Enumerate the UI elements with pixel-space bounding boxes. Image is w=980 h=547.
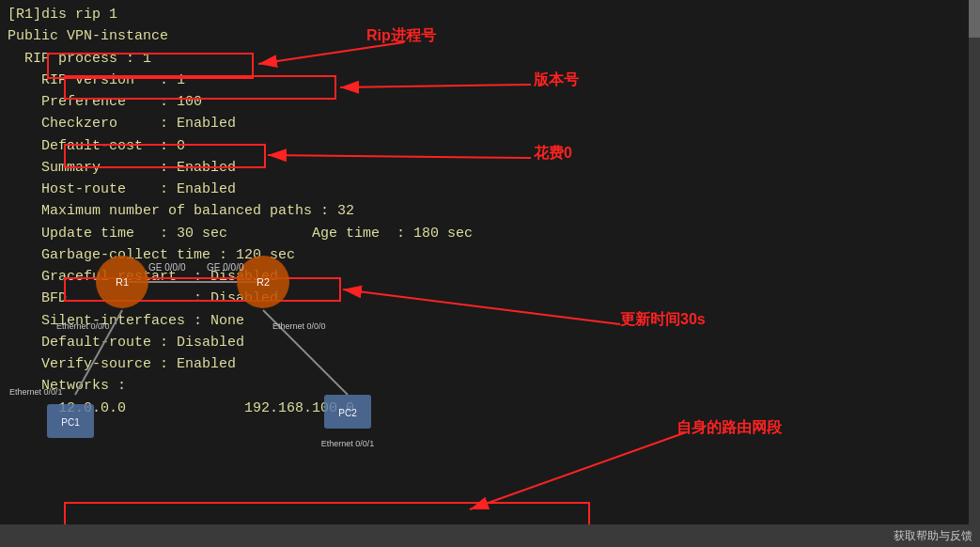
annotation-rip-process: Rip进程号 <box>366 26 436 46</box>
line-8: Summary : Enabled <box>8 157 972 179</box>
annotation-update-time: 更新时间30s <box>620 310 706 330</box>
line-11: Update time : 30 sec Age time : 180 sec <box>8 223 972 244</box>
line-15: Silent-interfaces : None <box>8 310 972 332</box>
scrollbar[interactable] <box>969 0 980 524</box>
annotation-version: 版本号 <box>534 70 579 90</box>
line-9: Host-route : Enabled <box>8 179 972 200</box>
line-14: BFD : Disabled <box>8 288 972 309</box>
line-19: 12.0.0.0 192.168.100.0 <box>8 398 972 419</box>
line-3: RIP process : 1 <box>8 48 972 70</box>
line-5: Preference : 100 <box>8 91 972 113</box>
line-2: Public VPN-instance <box>8 25 972 47</box>
scrollbar-thumb[interactable] <box>969 0 980 38</box>
line-12: Garbage-collect time : 120 sec <box>8 244 972 266</box>
line-13: Graceful restart : Disabled <box>8 266 972 288</box>
status-bar: 获取帮助与反馈 <box>0 524 980 547</box>
annotation-cost: 花费0 <box>534 144 572 164</box>
line-10: Maximum number of balanced paths : 32 <box>8 200 972 222</box>
line-6: Checkzero : Enabled <box>8 113 972 134</box>
terminal-display: [R1]dis rip 1 Public VPN-instance RIP pr… <box>0 0 980 524</box>
line-18: Networks : <box>8 375 972 397</box>
line-16: Default-route : Disabled <box>8 332 972 353</box>
line-1: [R1]dis rip 1 <box>8 4 972 25</box>
line-4: RIP version : 1 <box>8 70 972 91</box>
annotation-networks: 自身的路由网段 <box>677 418 782 438</box>
status-text: 获取帮助与反馈 <box>894 528 972 544</box>
line-7: Default-cost : 0 <box>8 135 972 157</box>
line-17: Verify-source : Enabled <box>8 353 972 375</box>
